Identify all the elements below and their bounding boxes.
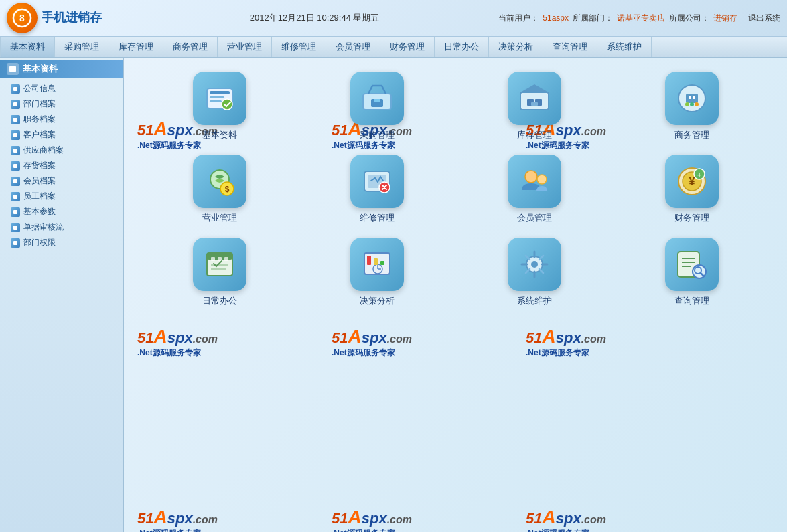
sidebar-item-7[interactable]: 员工档案 <box>0 189 123 204</box>
svg-rect-5 <box>210 100 222 102</box>
nav-item-1[interactable]: 采购管理 <box>55 37 109 57</box>
grid-item-chaxun[interactable]: 查询管理 <box>616 234 767 311</box>
nav-item-10[interactable]: 查询管理 <box>543 37 597 57</box>
sidebar-icon-2 <box>11 115 20 124</box>
icon-caiwu: ¥ + <box>665 155 719 208</box>
svg-rect-3 <box>210 91 230 94</box>
svg-point-50 <box>531 261 538 268</box>
watermark-9: 51Aspx.com .Net源码服务专家 <box>526 507 606 532</box>
svg-rect-14 <box>531 102 538 106</box>
svg-text:8: 8 <box>19 13 25 23</box>
company-link[interactable]: 进销存 <box>713 13 737 24</box>
sidebar-icon-7 <box>11 192 20 201</box>
header-datetime: 2012年12月21日 10:29:44 星期五 <box>131 12 498 24</box>
nav-item-5[interactable]: 维修管理 <box>272 37 326 57</box>
sidebar-icon-0 <box>11 84 20 94</box>
nav-item-8[interactable]: 日常办公 <box>435 37 489 57</box>
grid-item-caigou[interactable]: 采购管理 <box>301 68 452 145</box>
main-content: 51Aspx.com .Net源码服务专家 51Aspx.com .Net源码服… <box>124 58 787 532</box>
sidebar-icon-1 <box>11 100 20 109</box>
icon-label-kucun: 库存管理 <box>517 129 552 141</box>
svg-point-28 <box>525 171 537 183</box>
sidebar-item-9[interactable]: 单据审核流 <box>0 219 123 235</box>
sidebar-item-3[interactable]: 客户档案 <box>0 127 123 143</box>
grid-item-richang[interactable]: 日常办公 <box>144 234 295 311</box>
grid-item-caiwu[interactable]: ¥ + 财务管理 <box>616 151 767 228</box>
sidebar-items: 公司信息部门档案职务档案客户档案供应商档案存货档案会员档案员工档案基本参数单据审… <box>0 81 123 250</box>
nav-item-9[interactable]: 决策分析 <box>489 37 543 57</box>
grid-item-weixiu[interactable]: 维修管理 <box>301 151 452 228</box>
svg-point-21 <box>695 102 699 106</box>
nav-item-0[interactable]: 基本资料 <box>0 37 55 57</box>
sidebar-icon-8 <box>11 207 20 217</box>
svg-rect-17 <box>689 96 691 99</box>
nav-item-3[interactable]: 商务管理 <box>163 37 218 57</box>
svg-rect-47 <box>374 258 378 265</box>
nav-item-4[interactable]: 营业管理 <box>218 37 272 57</box>
svg-rect-37 <box>211 257 215 261</box>
svg-rect-46 <box>367 256 371 265</box>
grid-item-shangwu[interactable]: 商务管理 <box>616 68 767 145</box>
nav-item-7[interactable]: 财务管理 <box>380 37 435 57</box>
watermark-4: 51Aspx.com .Net源码服务专家 <box>137 326 218 359</box>
sidebar-item-0[interactable]: 公司信息 <box>0 81 123 96</box>
icon-label-huiyuan: 会员管理 <box>517 212 552 224</box>
logo-icon: 8 <box>7 3 38 33</box>
svg-marker-11 <box>520 84 549 92</box>
company-label: 所属公司： <box>669 13 709 24</box>
grid-item-xitong[interactable]: 系统维护 <box>459 234 610 311</box>
svg-rect-4 <box>210 96 224 98</box>
icon-label-shangwu: 商务管理 <box>674 129 709 141</box>
svg-point-19 <box>685 102 689 106</box>
watermark-5: 51Aspx.com .Net源码服务专家 <box>332 326 412 359</box>
current-user-label: 当前用户： <box>498 13 539 24</box>
nav-item-6[interactable]: 会员管理 <box>326 37 380 57</box>
grid-item-yingye[interactable]: $ 营业管理 <box>144 151 295 228</box>
icon-yingye: $ <box>193 155 246 208</box>
sidebar-item-6[interactable]: 会员档案 <box>0 173 123 189</box>
sidebar-item-2[interactable]: 职务档案 <box>0 112 123 127</box>
sidebar-item-1[interactable]: 部门档案 <box>0 96 123 112</box>
grid-item-juece[interactable]: 决策分析 <box>301 234 452 311</box>
sidebar-item-5[interactable]: 存货档案 <box>0 158 123 173</box>
sidebar-icon-4 <box>11 146 20 155</box>
sidebar-item-10[interactable]: 部门权限 <box>0 235 123 250</box>
username-link[interactable]: 51aspx <box>543 13 569 23</box>
icon-label-jiben: 基本资料 <box>202 129 237 141</box>
svg-text:¥: ¥ <box>689 176 695 187</box>
grid-item-kucun[interactable]: 库存管理 <box>459 68 610 145</box>
header-user-info: 当前用户： 51aspx 所属部门： 诺基亚专卖店 所属公司： 进销存 退出系统 <box>498 13 780 24</box>
logo-text: 手机进销存 <box>42 11 102 25</box>
icon-richang <box>193 238 246 291</box>
logo-area: 8 手机进销存 <box>7 3 131 33</box>
nav-item-11[interactable]: 系统维护 <box>597 37 652 57</box>
content: 基本资料 公司信息部门档案职务档案客户档案供应商档案存货档案会员档案员工档案基本… <box>0 58 787 532</box>
icon-xitong <box>508 238 561 291</box>
logout-btn[interactable]: 退出系统 <box>748 13 780 24</box>
sidebar-icon-6 <box>11 177 20 186</box>
icon-juece <box>350 238 404 291</box>
dept-label: 所属部门： <box>573 13 613 24</box>
icon-shangwu <box>665 72 719 125</box>
svg-rect-39 <box>224 257 228 261</box>
grid-item-huiyuan[interactable]: 会员管理 <box>459 151 610 228</box>
grid-item-jiben[interactable]: 基本资料 <box>144 68 295 145</box>
svg-point-6 <box>222 99 232 110</box>
dept-link[interactable]: 诺基亚专卖店 <box>617 13 665 24</box>
icon-caigou <box>350 72 404 125</box>
icon-label-caigou: 采购管理 <box>360 129 395 141</box>
svg-text:+: + <box>697 171 701 179</box>
icon-label-juece: 决策分析 <box>360 295 395 307</box>
svg-rect-48 <box>380 261 384 265</box>
sidebar: 基本资料 公司信息部门档案职务档案客户档案供应商档案存货档案会员档案员工档案基本… <box>0 58 124 532</box>
svg-text:$: $ <box>224 185 229 194</box>
watermark-8: 51Aspx.com .Net源码服务专家 <box>332 507 412 532</box>
icon-label-richang: 日常办公 <box>202 295 237 307</box>
icon-label-xitong: 系统维护 <box>517 295 552 307</box>
icon-weixiu <box>350 155 404 208</box>
icon-kucun <box>508 72 561 125</box>
nav-item-2[interactable]: 库存管理 <box>109 37 163 57</box>
sidebar-item-8[interactable]: 基本参数 <box>0 204 123 219</box>
svg-rect-10 <box>520 92 549 110</box>
sidebar-item-4[interactable]: 供应商档案 <box>0 143 123 158</box>
